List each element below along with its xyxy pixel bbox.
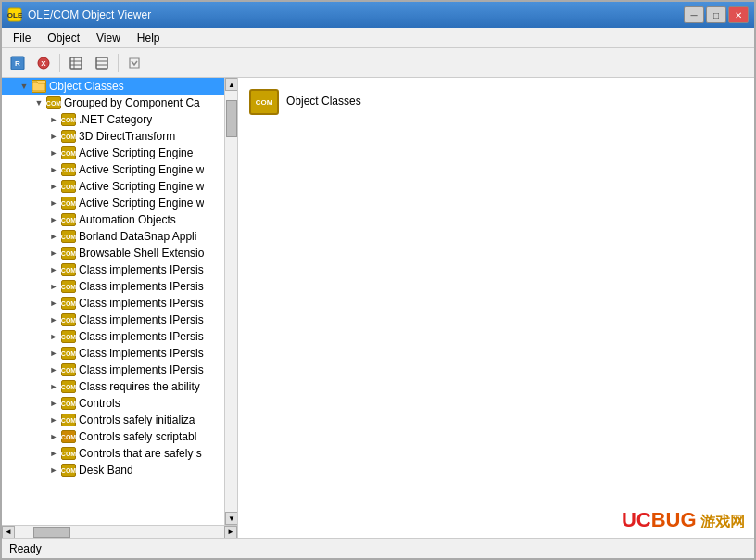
- restore-button[interactable]: □: [706, 6, 726, 23]
- tree-root[interactable]: ▼ Object Classes: [2, 78, 224, 95]
- list-item[interactable]: ► COM Class implements IPersis: [2, 295, 224, 312]
- vscroll-thumb[interactable]: [226, 100, 237, 137]
- list-item[interactable]: ► COM Desk Band: [2, 462, 224, 478]
- item-label-13: Class implements IPersis: [79, 313, 204, 326]
- expander-4[interactable]: ►: [46, 162, 61, 177]
- com-icon-20: COM: [61, 430, 76, 443]
- expander-20[interactable]: ►: [46, 429, 61, 444]
- list-item[interactable]: ► COM Controls that are safely s: [2, 445, 224, 462]
- toolbar-btn-5[interactable]: [122, 52, 146, 74]
- list-item[interactable]: ► COM Active Scripting Engine w: [2, 195, 224, 211]
- list-item[interactable]: ► COM Active Scripting Engine w: [2, 161, 224, 178]
- main-window: OLE OLE/COM Object Viewer ─ □ ✕ File Obj…: [0, 0, 756, 560]
- vscroll-up[interactable]: ▲: [225, 78, 237, 91]
- title-bar: OLE OLE/COM Object Viewer ─ □ ✕: [2, 2, 754, 28]
- root-folder-icon: [32, 80, 46, 93]
- expander-12[interactable]: ►: [46, 296, 61, 311]
- list-item[interactable]: ► COM Automation Objects: [2, 211, 224, 228]
- item-label-10: Class implements IPersis: [79, 263, 204, 276]
- toolbar-btn-1[interactable]: R: [6, 52, 30, 74]
- com-icon-22: COM: [61, 464, 76, 477]
- hscroll-left[interactable]: ◄: [2, 526, 15, 539]
- list-item[interactable]: ► COM Browsable Shell Extensio: [2, 245, 224, 261]
- toolbar-btn-3[interactable]: [64, 52, 88, 74]
- toolbar-sep-2: [118, 54, 119, 72]
- list-item[interactable]: ► COM Class requires the ability: [2, 378, 224, 395]
- list-item[interactable]: ► COM Borland DataSnap Appli: [2, 228, 224, 245]
- toolbar-btn-2[interactable]: X: [32, 52, 56, 74]
- menu-view[interactable]: View: [89, 30, 128, 46]
- expander-17[interactable]: ►: [46, 379, 61, 394]
- expander-18[interactable]: ►: [46, 396, 61, 411]
- expander-14[interactable]: ►: [46, 329, 61, 344]
- close-button[interactable]: ✕: [728, 6, 749, 23]
- expander-15[interactable]: ►: [46, 346, 61, 361]
- expander-16[interactable]: ►: [46, 363, 61, 377]
- menu-bar: File Object View Help: [2, 28, 754, 48]
- com-icon-8: COM: [61, 230, 76, 243]
- expander-19[interactable]: ►: [46, 413, 61, 427]
- com-icon-15: COM: [61, 347, 76, 360]
- tree-scroll[interactable]: ▼ Object Classes ▼ COM: [2, 78, 224, 525]
- tree-hscroll[interactable]: ◄ ►: [2, 525, 237, 538]
- menu-help[interactable]: Help: [130, 30, 168, 46]
- com-icon-11: COM: [61, 280, 76, 293]
- list-item[interactable]: ► COM Class implements IPersis: [2, 312, 224, 328]
- menu-file[interactable]: File: [6, 30, 38, 46]
- list-item[interactable]: ► COM Active Scripting Engine: [2, 145, 224, 161]
- expander-6[interactable]: ►: [46, 196, 61, 210]
- expander-11[interactable]: ►: [46, 279, 61, 294]
- expander-8[interactable]: ►: [46, 229, 61, 244]
- list-item[interactable]: ► COM Class implements IPersis: [2, 345, 224, 362]
- list-item[interactable]: ► COM Class implements IPersis: [2, 362, 224, 378]
- hscroll-right[interactable]: ►: [224, 526, 237, 539]
- svg-text:X: X: [41, 59, 46, 68]
- list-item[interactable]: ► COM Controls safely scriptabl: [2, 428, 224, 445]
- list-item[interactable]: ► COM Class implements IPersis: [2, 328, 224, 345]
- expander-13[interactable]: ►: [46, 312, 61, 327]
- list-item[interactable]: ▼ COM Grouped by Component Ca: [2, 95, 224, 111]
- expander-3[interactable]: ►: [46, 146, 61, 160]
- menu-object[interactable]: Object: [40, 30, 87, 46]
- item-label-11: Class implements IPersis: [79, 280, 204, 293]
- item-label-22: Desk Band: [79, 464, 133, 477]
- vscroll-down[interactable]: ▼: [225, 512, 237, 525]
- list-item[interactable]: ► COM Class implements IPersis: [2, 261, 224, 278]
- com-icon-7: COM: [61, 213, 76, 226]
- list-item[interactable]: ► COM Controls safely initializa: [2, 412, 224, 428]
- expander-2[interactable]: ►: [46, 129, 61, 144]
- tree-panel: ▼ Object Classes ▼ COM: [2, 78, 238, 538]
- com-icon-18: COM: [61, 397, 76, 410]
- tree-vscroll[interactable]: ▲ ▼: [224, 78, 237, 525]
- svg-text:OLE: OLE: [7, 11, 22, 19]
- com-icon-2: COM: [61, 130, 76, 143]
- list-item[interactable]: ► COM Controls: [2, 395, 224, 412]
- minimize-button[interactable]: ─: [684, 6, 704, 23]
- list-item[interactable]: ► COM 3D DirectTransform: [2, 128, 224, 145]
- expander-5[interactable]: ►: [46, 179, 61, 194]
- expander-10[interactable]: ►: [46, 262, 61, 277]
- list-item[interactable]: ► COM Class implements IPersis: [2, 278, 224, 295]
- com-icon-19: COM: [61, 414, 76, 426]
- root-label: Object Classes: [49, 80, 124, 93]
- right-panel: COM Object Classes: [238, 78, 754, 538]
- list-item[interactable]: ► COM Active Scripting Engine w: [2, 178, 224, 195]
- item-label-20: Controls safely scriptabl: [79, 430, 196, 443]
- toolbar: R X: [2, 48, 754, 78]
- expander-22[interactable]: ►: [46, 463, 61, 477]
- expander-9[interactable]: ►: [46, 246, 61, 261]
- com-icon-14: COM: [61, 330, 76, 343]
- expander-0[interactable]: ▼: [32, 95, 46, 110]
- com-icon-3: COM: [61, 146, 76, 159]
- com-icon-5: COM: [61, 180, 76, 193]
- right-content: COM Object Classes: [246, 85, 747, 119]
- hscroll-thumb[interactable]: [33, 527, 70, 538]
- expander-21[interactable]: ►: [46, 446, 61, 461]
- com-icon-17: COM: [61, 380, 76, 393]
- root-expander[interactable]: ▼: [17, 79, 32, 94]
- expander-7[interactable]: ►: [46, 212, 61, 227]
- expander-1[interactable]: ►: [46, 112, 61, 127]
- toolbar-btn-4[interactable]: [90, 52, 114, 74]
- item-label-21: Controls that are safely s: [79, 447, 202, 460]
- list-item[interactable]: ► COM .NET Category: [2, 111, 224, 128]
